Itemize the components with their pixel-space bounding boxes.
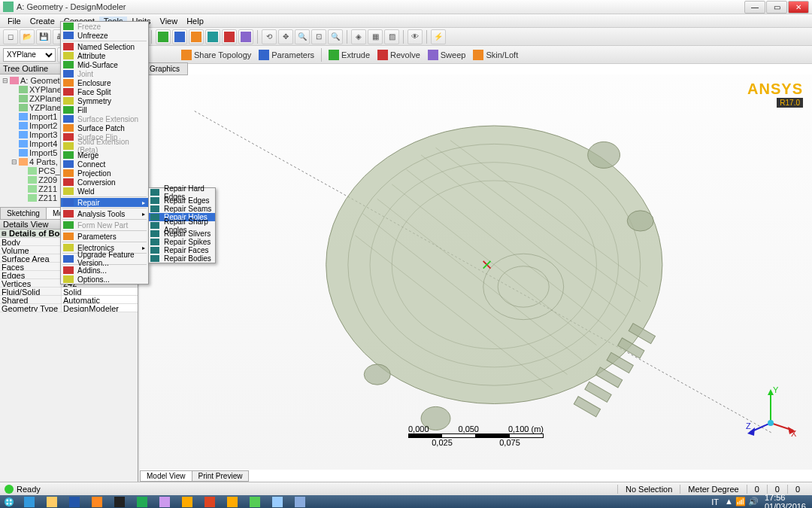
- menu-item-surface-patch[interactable]: Surface Patch: [61, 123, 148, 132]
- menu-item-form-new-part: Form New Part: [61, 221, 148, 230]
- repair-item-repair-sharp-angles[interactable]: Repair Sharp Angles: [149, 221, 215, 230]
- brand-logo: ANSYS R17.0: [747, 81, 803, 108]
- start-button[interactable]: [0, 495, 18, 508]
- wire-button[interactable]: ▨: [384, 29, 399, 44]
- taskbar-app2[interactable]: [289, 496, 311, 508]
- menu-item-addins-[interactable]: Addins...: [61, 266, 148, 275]
- sweep-button[interactable]: Sweep: [425, 50, 469, 60]
- pl-button[interactable]: [238, 29, 253, 44]
- menu-item-mid-surface[interactable]: Mid-Surface: [61, 60, 148, 69]
- new-button[interactable]: ◻: [3, 29, 18, 44]
- menu-item-analysis-tools[interactable]: Analysis Tools▸: [61, 209, 148, 218]
- revolve-button[interactable]: Revolve: [374, 50, 423, 60]
- canvas-3d[interactable]: ANSYS R17.0 Y X Z 0,0000,0500,100 (m) 0,…: [140, 75, 812, 470]
- face-button[interactable]: [189, 29, 204, 44]
- vert-button[interactable]: [156, 29, 171, 44]
- taskbar-ansys[interactable]: [177, 496, 198, 508]
- svg-text:X: X: [791, 429, 797, 438]
- repair-item-repair-hard-edges[interactable]: Repair Hard Edges: [149, 188, 215, 196]
- menu-item-parameters[interactable]: Parameters: [61, 232, 148, 241]
- system-tray[interactable]: IT ▲ 📶 🔊 17:5601/03/2016: [705, 493, 812, 509]
- skinloft-button[interactable]: Skin/Loft: [470, 50, 521, 60]
- repair-item-repair-faces[interactable]: Repair Faces: [149, 246, 215, 254]
- menu-item-solid-extension-beta-: Solid Extension (Beta): [61, 141, 148, 151]
- menu-item-projection[interactable]: Projection: [61, 169, 148, 178]
- menu-item-unfreeze[interactable]: Unfreeze: [61, 31, 148, 40]
- taskbar-app1[interactable]: [267, 496, 288, 508]
- menu-item-weld[interactable]: Weld: [61, 187, 148, 196]
- pan-button[interactable]: ✥: [278, 29, 293, 44]
- menu-item-face-split[interactable]: Face Split: [61, 87, 148, 96]
- share-topology-button[interactable]: Share Topology: [178, 50, 254, 60]
- menu-item-surface-extension: Surface Extension: [61, 114, 148, 123]
- repair-item-repair-slivers[interactable]: Repair Slivers: [149, 230, 215, 238]
- zoom-button[interactable]: 🔍: [295, 29, 310, 44]
- repair-item-repair-spikes[interactable]: Repair Spikes: [149, 238, 215, 246]
- zoom-box-button[interactable]: 🔍: [328, 29, 343, 44]
- taskbar-explorer[interactable]: [41, 496, 62, 508]
- viewport-tabs: Model View Print Preview: [140, 470, 248, 482]
- menu-item-symmetry[interactable]: Symmetry: [61, 96, 148, 105]
- svg-point-24: [364, 364, 390, 385]
- svg-point-37: [5, 497, 14, 506]
- zoom-fit-button[interactable]: ⊡: [311, 29, 326, 44]
- menu-item-merge[interactable]: Merge: [61, 151, 148, 160]
- taskbar-cmd[interactable]: [109, 496, 130, 508]
- tab-model-view[interactable]: Model View: [140, 470, 192, 482]
- svg-rect-18: [595, 367, 622, 388]
- menu-item-fill[interactable]: Fill: [61, 105, 148, 114]
- menu-item-options-[interactable]: Options...: [61, 275, 148, 284]
- repair-item-repair-seams: Repair Seams: [149, 205, 215, 213]
- minimize-button[interactable]: —: [744, 1, 765, 14]
- taskbar: IT ▲ 📶 🔊 17:5601/03/2016: [0, 495, 812, 508]
- tools-menu: FreezeUnfreezeNamed SelectionAttributeMi…: [60, 21, 149, 284]
- triad[interactable]: Y X Z: [744, 385, 797, 440]
- body-button[interactable]: [205, 29, 220, 44]
- taskbar-ansys2[interactable]: [222, 496, 243, 508]
- details-row[interactable]: Shared Topology MethodAutomatic: [0, 296, 138, 304]
- maximize-button[interactable]: ▭: [766, 1, 787, 14]
- save-button[interactable]: 💾: [36, 29, 51, 44]
- details-row[interactable]: Fluid/SolidSolid: [0, 287, 138, 296]
- menu-file[interactable]: File: [3, 17, 26, 26]
- taskbar-media[interactable]: [86, 496, 108, 508]
- menu-item-conversion[interactable]: Conversion: [61, 178, 148, 187]
- tab-print-preview[interactable]: Print Preview: [192, 470, 250, 482]
- menu-create[interactable]: Create: [26, 17, 59, 26]
- menu-view[interactable]: View: [156, 17, 183, 26]
- menu-item-freeze: Freeze: [61, 22, 148, 31]
- details-row[interactable]: Geometry TypeDesignModeler: [0, 304, 138, 312]
- taskbar-ie[interactable]: [19, 496, 40, 508]
- repair-submenu: Repair Hard EdgesRepair EdgesRepair Seam…: [148, 187, 216, 263]
- taskbar-paint[interactable]: [154, 496, 175, 508]
- pf-button[interactable]: [222, 29, 237, 44]
- tab-sketching[interactable]: Sketching: [0, 207, 47, 219]
- iso-button[interactable]: ◈: [351, 29, 366, 44]
- svg-rect-20: [574, 397, 600, 417]
- generate-button[interactable]: ⚡: [431, 29, 446, 44]
- plane-combo[interactable]: XYPlane: [3, 48, 56, 62]
- repair-item-repair-bodies[interactable]: Repair Bodies: [149, 254, 215, 263]
- look-button[interactable]: 👁: [408, 29, 423, 44]
- taskbar-ppt[interactable]: [199, 496, 220, 508]
- taskbar-word[interactable]: [64, 496, 85, 508]
- edge-button[interactable]: [172, 29, 187, 44]
- menu-item-enclosure[interactable]: Enclosure: [61, 78, 148, 87]
- open-button[interactable]: 📂: [20, 29, 35, 44]
- menu-item-upgrade-feature-version-[interactable]: Upgrade Feature Version...: [61, 254, 148, 263]
- menu-item-attribute[interactable]: Attribute: [61, 51, 148, 60]
- extrude-button[interactable]: Extrude: [326, 50, 373, 60]
- taskbar-dm[interactable]: [244, 496, 265, 508]
- menu-item-repair[interactable]: Repair▸: [61, 198, 148, 207]
- repair-item-repair-edges[interactable]: Repair Edges: [149, 196, 215, 205]
- close-button[interactable]: ✕: [788, 1, 809, 14]
- menu-item-named-selection[interactable]: Named Selection: [61, 42, 148, 51]
- rotate-button[interactable]: ⟲: [262, 29, 277, 44]
- svg-point-22: [627, 211, 653, 231]
- menu-help[interactable]: Help: [182, 17, 208, 26]
- menu-item-connect[interactable]: Connect: [61, 160, 148, 169]
- parameters-button[interactable]: Parameters: [256, 50, 317, 60]
- app-icon: [3, 2, 14, 12]
- taskbar-excel[interactable]: [132, 496, 153, 508]
- front-button[interactable]: ▦: [368, 29, 383, 44]
